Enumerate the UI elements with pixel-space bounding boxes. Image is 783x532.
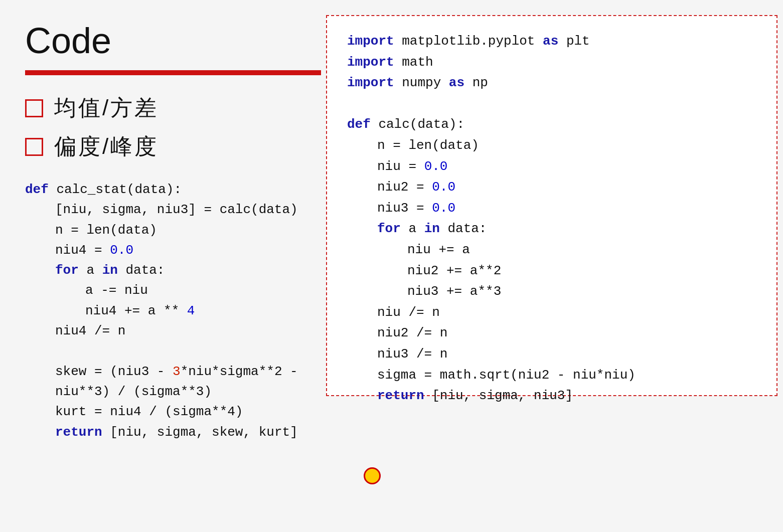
- code-line: n = len(data): [347, 135, 756, 156]
- code-line: niu = 0.0: [347, 156, 756, 178]
- checklist-item-1: 均值/方差: [25, 93, 311, 123]
- right-code-block: import matplotlib.pyplot as plt import m…: [347, 31, 756, 407]
- code-line: def calc(data):: [347, 114, 756, 135]
- checkbox-1[interactable]: [25, 99, 43, 117]
- code-line: niu += a: [347, 240, 756, 261]
- code-line: niu3 = 0.0: [347, 198, 756, 219]
- decorative-line: [25, 70, 321, 75]
- checklist-label-1: 均值/方差: [54, 93, 159, 123]
- cursor-icon: [364, 467, 381, 484]
- checklist-label-2: 偏度/峰度: [54, 132, 159, 161]
- checklist-item-2: 偏度/峰度: [25, 132, 311, 161]
- code-line: niu2 = 0.0: [347, 177, 756, 198]
- checkbox-2[interactable]: [25, 138, 43, 156]
- code-line: niu3 += a**3: [347, 281, 756, 302]
- checklist: 均值/方差 偏度/峰度: [25, 93, 311, 161]
- code-line: niu3 /= n: [347, 344, 756, 365]
- page-title: Code: [25, 20, 311, 61]
- code-line: niu2 += a**2: [347, 261, 756, 282]
- code-line: sigma = math.sqrt(niu2 - niu*niu): [347, 365, 756, 386]
- code-line: import matplotlib.pyplot as plt: [347, 31, 756, 52]
- left-code-block: def calc_stat(data): [niu, sigma, niu3] …: [25, 180, 311, 442]
- code-line: import math: [347, 52, 756, 73]
- code-line: niu2 /= n: [347, 323, 756, 344]
- code-line: niu /= n: [347, 302, 756, 323]
- code-line: for a in data:: [347, 219, 756, 240]
- code-line: [347, 94, 756, 115]
- code-line: return [niu, sigma, niu3]: [347, 386, 756, 407]
- right-code-panel: import matplotlib.pyplot as plt import m…: [326, 15, 777, 396]
- code-line: import numpy as np: [347, 73, 756, 94]
- left-panel: Code 均值/方差 偏度/峰度 def calc_stat(data): [n…: [0, 0, 336, 532]
